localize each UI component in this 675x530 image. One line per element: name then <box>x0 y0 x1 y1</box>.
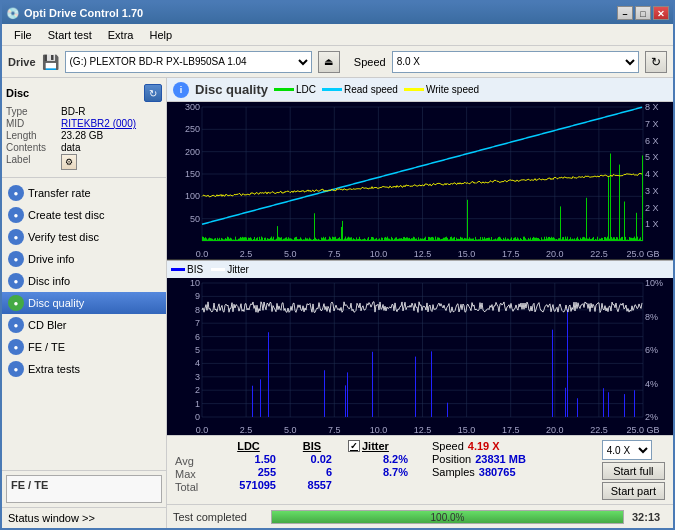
drive-select[interactable]: (G:) PLEXTOR BD-R PX-LB950SA 1.04 <box>65 51 312 73</box>
sidebar-btn-disc-quality[interactable]: ● Disc quality <box>2 292 166 314</box>
status-window-label: Status window >> <box>8 512 95 524</box>
bis-chart-wrapper <box>167 278 673 435</box>
disc-section: Disc ↻ Type BD-R MID RITEKBR2 (000) <box>2 78 166 173</box>
fe-te-label: FE / TE <box>28 341 65 353</box>
disc-type-label: Type <box>6 106 61 117</box>
jitter-col-header: ✓ Jitter <box>348 440 408 452</box>
disc-label-label: Label <box>6 154 61 170</box>
sidebar-divider-1 <box>2 177 166 178</box>
speed-value: 4.19 X <box>468 440 500 452</box>
drive-icon-area: 💾 <box>42 54 59 70</box>
ldc-legend-label: LDC <box>296 84 316 95</box>
menu-help[interactable]: Help <box>141 27 180 43</box>
max-row: Max <box>175 468 205 480</box>
sidebar-btn-verify-test[interactable]: ● Verify test disc <box>2 226 166 248</box>
title-bar: 💿 Opti Drive Control 1.70 – □ ✕ <box>2 2 673 24</box>
speed-label: Speed <box>354 56 386 68</box>
charts-container: BIS Jitter <box>167 102 673 435</box>
transfer-rate-icon: ● <box>8 185 24 201</box>
fe-te-box-label: FE / TE <box>11 479 157 491</box>
bis-chart <box>167 278 673 435</box>
sidebar-spacer <box>2 380 166 470</box>
disc-mid-value[interactable]: RITEKBR2 (000) <box>61 118 162 129</box>
create-test-label: Create test disc <box>28 209 104 221</box>
app-title: Opti Drive Control 1.70 <box>24 7 143 19</box>
menu-bar: File Start test Extra Help <box>2 24 673 46</box>
disc-header: Disc ↻ <box>6 84 162 102</box>
close-button[interactable]: ✕ <box>653 6 669 20</box>
disc-mid-row: MID RITEKBR2 (000) <box>6 118 162 129</box>
disc-length-row: Length 23.28 GB <box>6 130 162 141</box>
sidebar-btn-drive-info[interactable]: ● Drive info <box>2 248 166 270</box>
sidebar-btn-disc-info[interactable]: ● Disc info <box>2 270 166 292</box>
sidebar-btn-create-test[interactable]: ● Create test disc <box>2 204 166 226</box>
menu-file[interactable]: File <box>6 27 40 43</box>
drive-info-icon: ● <box>8 251 24 267</box>
jitter-color <box>211 268 225 271</box>
test-status: Test completed <box>173 511 263 523</box>
disc-type-value: BD-R <box>61 106 162 117</box>
status-window-button[interactable]: Status window >> <box>2 507 166 528</box>
total-label: Total <box>175 481 205 493</box>
bis-legend-label: BIS <box>187 264 203 275</box>
title-bar-left: 💿 Opti Drive Control 1.70 <box>6 7 143 20</box>
ldc-avg-value: 1.50 <box>221 453 276 465</box>
start-full-button[interactable]: Start full <box>602 462 665 480</box>
ldc-total-value: 571095 <box>221 479 276 491</box>
sidebar-bottom: FE / TE Status window >> <box>2 470 166 528</box>
stats-labels-col: Avg Max Total <box>175 440 205 493</box>
verify-test-label: Verify test disc <box>28 231 99 243</box>
body-area: Drive 💾 (G:) PLEXTOR BD-R PX-LB950SA 1.0… <box>2 46 673 528</box>
speed-label: Speed <box>432 440 464 452</box>
ldc-stats-col: LDC 1.50 255 571095 <box>221 440 276 491</box>
sidebar-btn-extra-tests[interactable]: ● Extra tests <box>2 358 166 380</box>
test-speed-select[interactable]: 4.0 X <box>602 440 652 460</box>
disc-refresh-button[interactable]: ↻ <box>144 84 162 102</box>
ldc-col-header: LDC <box>221 440 276 452</box>
drive-info-label: Drive info <box>28 253 74 265</box>
disc-label-row: Label ⚙ <box>6 154 162 170</box>
position-label: Position <box>432 453 471 465</box>
samples-row: Samples 380765 <box>432 466 526 478</box>
bis-max-value: 6 <box>292 466 332 478</box>
legend-jitter: Jitter <box>211 264 249 275</box>
sidebar-btn-transfer-rate[interactable]: ● Transfer rate <box>2 182 166 204</box>
jitter-checkbox[interactable]: ✓ <box>348 440 360 452</box>
read-speed-legend-label: Read speed <box>344 84 398 95</box>
disc-quality-icon: ● <box>8 295 24 311</box>
ldc-color <box>274 88 294 91</box>
fe-te-icon: ● <box>8 339 24 355</box>
speed-select[interactable]: 8.0 X <box>392 51 639 73</box>
disc-mid-label: MID <box>6 118 61 129</box>
speed-col: Speed 4.19 X Position 23831 MB Samples 3… <box>432 440 526 478</box>
position-value: 23831 MB <box>475 453 526 465</box>
bis-stats-col: BIS 0.02 6 8557 <box>292 440 332 491</box>
sidebar-btn-cd-bler[interactable]: ● CD Bler <box>2 314 166 336</box>
stats-header-spacer <box>175 440 205 454</box>
ldc-chart <box>167 102 673 259</box>
progress-bar-area: Test completed 100.0% 32:13 <box>167 504 673 528</box>
jitter-col-label: Jitter <box>362 440 389 452</box>
cd-bler-icon: ● <box>8 317 24 333</box>
drive-eject-button[interactable]: ⏏ <box>318 51 340 73</box>
bis-avg-value: 0.02 <box>292 453 332 465</box>
menu-start-test[interactable]: Start test <box>40 27 100 43</box>
legend-read-speed: Read speed <box>322 84 398 95</box>
start-part-button[interactable]: Start part <box>602 482 665 500</box>
write-speed-color <box>404 88 424 91</box>
content-area: i Disc quality LDC Read speed Write spee… <box>167 78 673 528</box>
stats-bar: Avg Max Total LDC 1.50 255 <box>167 435 673 504</box>
drive-label: Drive <box>8 56 36 68</box>
disc-contents-row: Contents data <box>6 142 162 153</box>
menu-extra[interactable]: Extra <box>100 27 142 43</box>
transfer-rate-label: Transfer rate <box>28 187 91 199</box>
speed-refresh-button[interactable]: ↻ <box>645 51 667 73</box>
write-speed-legend-label: Write speed <box>426 84 479 95</box>
disc-contents-value: data <box>61 142 162 153</box>
disc-label-icon[interactable]: ⚙ <box>61 154 77 170</box>
maximize-button[interactable]: □ <box>635 6 651 20</box>
legend-ldc: LDC <box>274 84 316 95</box>
minimize-button[interactable]: – <box>617 6 633 20</box>
sidebar-btn-fe-te[interactable]: ● FE / TE <box>2 336 166 358</box>
legend-write-speed: Write speed <box>404 84 479 95</box>
